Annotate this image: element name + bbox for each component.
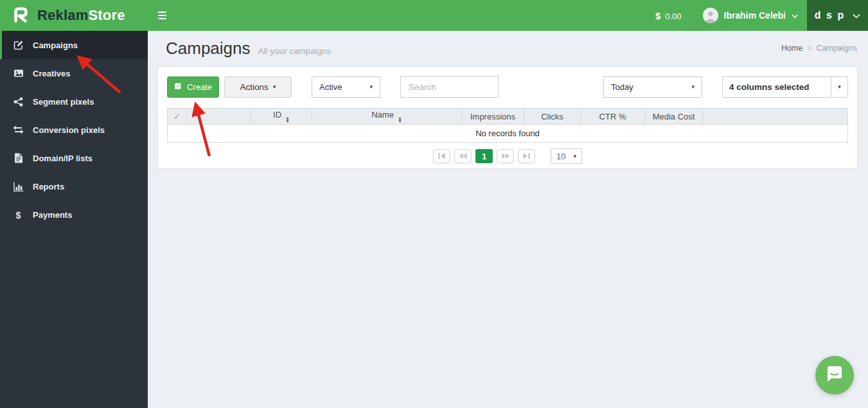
campaigns-toolbar: Create Actions ▾ Active ▾ Today ▾ 4 colu [158, 67, 857, 98]
last-page-icon [523, 153, 530, 159]
image-icon [13, 68, 24, 78]
sidebar-item-segment-pixels[interactable]: Segment pixels [0, 87, 148, 116]
table-empty-row: No records found [168, 125, 848, 143]
first-page-icon [438, 153, 445, 159]
sidebar-item-label: Domain/IP lists [33, 154, 93, 163]
app-window: ReklamStore $ 0.00 Ibrahim Celebi [0, 0, 868, 408]
reklamstore-logo-icon [11, 4, 30, 26]
breadcrumb-separator: > [807, 44, 811, 53]
pencil-icon [174, 82, 182, 92]
column-header-name[interactable]: Name▲▼ [312, 109, 462, 125]
sidebar-item-domain-ip-lists[interactable]: Domain/IP lists [0, 144, 148, 172]
campaigns-table: ✓ ID▲▼ Name▲▼ Impressions Clicks CTR % M… [167, 108, 848, 143]
chat-icon [825, 364, 844, 386]
next-page-icon [502, 153, 509, 159]
sidebar-item-label: Segment pixels [33, 97, 94, 107]
last-page-button[interactable] [518, 149, 535, 163]
current-page-button[interactable]: 1 [475, 149, 493, 163]
empty-message: No records found [168, 125, 848, 143]
brand-name-part1: Reklam [37, 7, 88, 23]
column-header-blank [187, 109, 251, 125]
document-icon [13, 153, 24, 163]
campaigns-panel: Create Actions ▾ Active ▾ Today ▾ 4 colu [157, 66, 858, 169]
page-header: Campaigns All your campaigns Home > Camp… [148, 31, 868, 66]
column-header-media-cost: Media Cost [645, 109, 703, 125]
bar-chart-icon [13, 182, 24, 191]
sidebar-item-reports[interactable]: Reports [0, 172, 148, 200]
page-title: Campaigns [166, 39, 251, 58]
chevron-down-icon [792, 10, 798, 21]
exchange-icon [13, 125, 24, 134]
top-header-bar: ReklamStore $ 0.00 Ibrahim Celebi [0, 0, 868, 31]
breadcrumb-current: Campaigns [817, 44, 857, 53]
sidebar-item-creatives[interactable]: Creatives [0, 59, 148, 87]
search-input[interactable] [400, 76, 499, 98]
date-range-value: Today [611, 82, 633, 92]
chevron-down-icon [853, 10, 860, 21]
columns-selector-value: 4 columns selected [723, 77, 831, 97]
sidebar-item-label: Reports [33, 182, 64, 191]
sidebar-item-payments[interactable]: $ Payments [0, 200, 148, 229]
brand-name-part2: Store [88, 7, 125, 23]
pagination: 1 10 ▾ [158, 148, 857, 164]
column-header-impressions: Impressions [462, 109, 524, 125]
workspace-switcher[interactable]: d s p [807, 0, 868, 31]
currency-symbol: $ [655, 10, 660, 21]
caret-down-icon: ▾ [831, 77, 847, 97]
dollar-icon: $ [13, 210, 24, 220]
workspace-label: d s p [815, 10, 845, 21]
header-right-group: $ 0.00 Ibrahim Celebi d s p [655, 0, 868, 31]
sort-icon: ▲▼ [285, 116, 290, 123]
sidebar-item-label: Conversion pixels [33, 125, 105, 135]
first-page-button[interactable] [433, 149, 450, 163]
edit-square-icon [13, 40, 24, 50]
brand-logo[interactable]: ReklamStore [0, 4, 148, 26]
user-name: Ibrahim Celebi [724, 10, 786, 21]
main-content: Campaigns All your campaigns Home > Camp… [148, 31, 868, 408]
table-header-row: ✓ ID▲▼ Name▲▼ Impressions Clicks CTR % M… [168, 109, 848, 125]
account-balance[interactable]: $ 0.00 [655, 10, 682, 21]
sidebar-item-label: Creatives [33, 69, 71, 78]
caret-down-icon: ▾ [691, 84, 695, 90]
page-size-select[interactable]: 10 ▾ [551, 148, 582, 164]
page-subtitle: All your campaigns [258, 46, 332, 56]
sidebar-item-conversion-pixels[interactable]: Conversion pixels [0, 116, 148, 144]
column-header-clicks: Clicks [524, 109, 581, 125]
brand-name: ReklamStore [37, 7, 125, 24]
caret-down-icon: ▾ [369, 84, 373, 90]
avatar [703, 8, 718, 23]
column-header-actions-blank [703, 109, 848, 125]
actions-dropdown-button[interactable]: Actions ▾ [224, 76, 292, 98]
prev-page-icon [459, 153, 467, 159]
hamburger-menu-icon[interactable] [158, 12, 166, 19]
column-header-ctr: CTR % [581, 109, 645, 125]
breadcrumb: Home > Campaigns [781, 44, 857, 53]
caret-down-icon: ▾ [573, 154, 576, 159]
prev-page-button[interactable] [454, 149, 472, 163]
create-button[interactable]: Create [167, 76, 219, 98]
caret-down-icon: ▾ [273, 84, 276, 90]
next-page-button[interactable] [497, 149, 514, 163]
actions-button-label: Actions [240, 82, 269, 92]
breadcrumb-home-link[interactable]: Home [781, 44, 802, 53]
page-size-value: 10 [556, 152, 565, 161]
chat-launcher-button[interactable] [815, 356, 854, 395]
sidebar-item-label: Campaigns [33, 40, 78, 50]
sort-icon: ▲▼ [398, 116, 402, 123]
column-header-label: Name [371, 110, 394, 120]
check-icon: ✓ [173, 112, 181, 121]
status-filter-select[interactable]: Active ▾ [312, 76, 380, 98]
status-filter-value: Active [319, 82, 342, 92]
sidebar-item-label: Payments [33, 210, 72, 220]
balance-amount: 0.00 [665, 12, 681, 21]
column-header-label: ID [273, 110, 281, 120]
share-icon [13, 97, 24, 107]
sidebar-item-campaigns[interactable]: Campaigns [0, 31, 148, 59]
column-header-id[interactable]: ID▲▼ [251, 109, 312, 125]
select-all-checkbox[interactable]: ✓ [168, 109, 187, 125]
columns-selector[interactable]: 4 columns selected ▾ [722, 76, 848, 98]
date-range-select[interactable]: Today ▾ [603, 76, 702, 98]
sidebar-nav: Campaigns Creatives Segment pixels Conve… [0, 31, 148, 408]
user-menu[interactable]: Ibrahim Celebi [703, 8, 798, 23]
create-button-label: Create [187, 82, 212, 92]
